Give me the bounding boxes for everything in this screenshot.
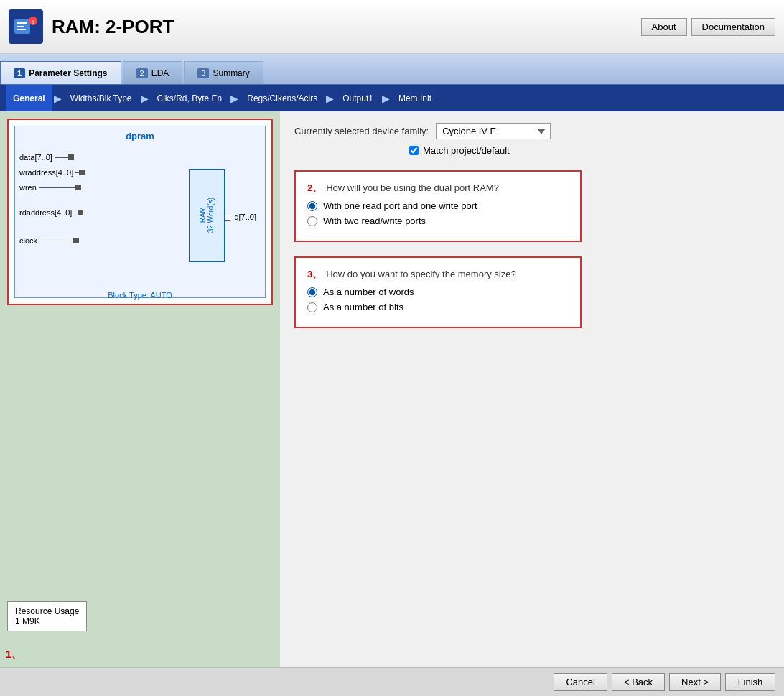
- tab-label-2: EDA: [151, 68, 169, 78]
- q2-option1[interactable]: With one read port and one write port: [307, 200, 569, 211]
- q2-text: How will you be using the dual port RAM?: [326, 182, 499, 193]
- app-title: RAM: 2-PORT: [52, 16, 174, 38]
- tab-label-3: Summary: [213, 68, 249, 78]
- device-family-row: Currently selected device family: Cyclon…: [294, 123, 770, 139]
- q3-number: 3、: [307, 268, 322, 281]
- nav-arrow-2: ▶: [141, 93, 149, 104]
- diagram-inner: dpram data[7..0] wraddress[4..0]: [14, 126, 266, 298]
- q2-radio2[interactable]: [307, 216, 317, 226]
- q2-option2[interactable]: With two read/write ports: [307, 215, 569, 226]
- svg-rect-2: [17, 26, 24, 27]
- q3-text: How do you want to specify the memory si…: [326, 269, 515, 279]
- tab-num-1: 1: [14, 68, 25, 78]
- tab-summary[interactable]: 3 Summary: [184, 61, 263, 84]
- svg-text:!: !: [32, 19, 34, 25]
- cancel-button[interactable]: Cancel: [554, 673, 607, 691]
- q2-option2-label: With two read/write ports: [323, 215, 426, 226]
- ram-block: 32 Word(s)RAM: [189, 169, 225, 262]
- signal-data-label: data[7..0]: [19, 150, 52, 165]
- dpram-title: dpram: [19, 131, 261, 141]
- tabs-row: 1 Parameter Settings 2 EDA 3 Summary: [0, 54, 784, 85]
- title-bar: ! RAM: 2-PORT About Documentation: [0, 0, 784, 54]
- q2-option1-label: With one read port and one write port: [323, 200, 477, 211]
- tab-parameter-settings[interactable]: 1 Parameter Settings: [0, 61, 121, 84]
- nav-arrow-4: ▶: [326, 93, 334, 104]
- device-family-label: Currently selected device family:: [294, 126, 429, 136]
- section-num-1: 1、: [6, 649, 22, 662]
- right-panel: Currently selected device family: Cyclon…: [280, 111, 784, 667]
- nav-output1[interactable]: Output1: [335, 85, 381, 111]
- block-type-label: Block Type: AUTO: [9, 291, 271, 300]
- q3-radio2[interactable]: [307, 302, 317, 312]
- title-left: ! RAM: 2-PORT: [9, 9, 174, 44]
- documentation-button[interactable]: Documentation: [691, 18, 775, 36]
- nav-general[interactable]: General: [6, 85, 52, 111]
- match-project-label: Match project/default: [423, 145, 510, 156]
- app-icon: !: [9, 9, 43, 44]
- nav-meminit[interactable]: Mem Init: [391, 85, 439, 111]
- bottom-bar: Cancel < Back Next > Finish: [0, 667, 784, 696]
- about-button[interactable]: About: [641, 18, 687, 36]
- resource-value: 1 M9K: [15, 616, 79, 626]
- finish-button[interactable]: Finish: [725, 673, 775, 691]
- question3-box: 3、 How do you want to specify the memory…: [294, 256, 582, 328]
- question2-header: 2、 How will you be using the dual port R…: [307, 182, 569, 195]
- q2-number: 2、: [307, 182, 322, 195]
- nav-general-label: General: [13, 93, 45, 103]
- q-output: q[7..0]: [225, 213, 256, 221]
- nav-arrow-5: ▶: [382, 93, 390, 104]
- diagram-box: dpram data[7..0] wraddress[4..0]: [7, 119, 273, 305]
- q3-option2-label: As a number of bits: [323, 302, 403, 312]
- back-button[interactable]: < Back: [612, 673, 665, 691]
- svg-rect-3: [17, 29, 26, 30]
- match-project-row: Match project/default: [409, 145, 770, 156]
- resource-box: Resource Usage 1 M9K: [7, 601, 87, 631]
- nav-bar: General ▶ Widths/Blk Type ▶ Clks/Rd, Byt…: [0, 85, 784, 111]
- signal-data: data[7..0]: [19, 150, 261, 165]
- nav-regs-label: Regs/Clkens/Aclrs: [247, 93, 317, 103]
- match-project-checkbox[interactable]: [409, 146, 419, 155]
- q3-radio1[interactable]: [307, 287, 317, 297]
- question2-box: 2、 How will you be using the dual port R…: [294, 170, 582, 242]
- nav-widths[interactable]: Widths/Blk Type: [63, 85, 139, 111]
- q3-option2[interactable]: As a number of bits: [307, 302, 569, 312]
- nav-meminit-label: Mem Init: [398, 93, 431, 103]
- q3-option1[interactable]: As a number of words: [307, 287, 569, 297]
- signal-wren-label: wren: [19, 180, 37, 195]
- nav-arrow-1: ▶: [54, 93, 62, 104]
- svg-rect-1: [17, 22, 27, 24]
- nav-regs[interactable]: Regs/Clkens/Aclrs: [240, 85, 325, 111]
- resource-label: Resource Usage: [15, 606, 79, 616]
- signal-clock-label: clock: [19, 233, 37, 249]
- q-output-label: q[7..0]: [234, 213, 256, 221]
- nav-clks[interactable]: Clks/Rd, Byte En: [150, 85, 230, 111]
- device-family-select[interactable]: Cyclone IV E: [436, 123, 551, 139]
- q3-option1-label: As a number of words: [323, 287, 414, 297]
- tab-num-3: 3: [197, 68, 209, 78]
- signal-wraddress-label: wraddress[4..0]: [19, 165, 73, 180]
- tab-num-2: 2: [136, 68, 148, 78]
- title-buttons: About Documentation: [641, 18, 775, 36]
- ram-block-label: 32 Word(s)RAM: [199, 198, 215, 233]
- nav-clks-label: Clks/Rd, Byte En: [157, 93, 223, 103]
- q2-radio1[interactable]: [307, 201, 317, 211]
- tab-eda[interactable]: 2 EDA: [123, 61, 183, 84]
- question3-header: 3、 How do you want to specify the memory…: [307, 268, 569, 281]
- nav-arrow-3: ▶: [230, 93, 238, 104]
- left-panel: dpram data[7..0] wraddress[4..0]: [0, 111, 280, 667]
- next-button[interactable]: Next >: [669, 673, 721, 691]
- nav-widths-label: Widths/Blk Type: [70, 93, 132, 103]
- signal-rdaddress-label: rdaddress[4..0]: [19, 205, 72, 221]
- main-content: dpram data[7..0] wraddress[4..0]: [0, 111, 784, 667]
- tab-label-1: Parameter Settings: [29, 68, 107, 78]
- nav-output1-label: Output1: [342, 93, 373, 103]
